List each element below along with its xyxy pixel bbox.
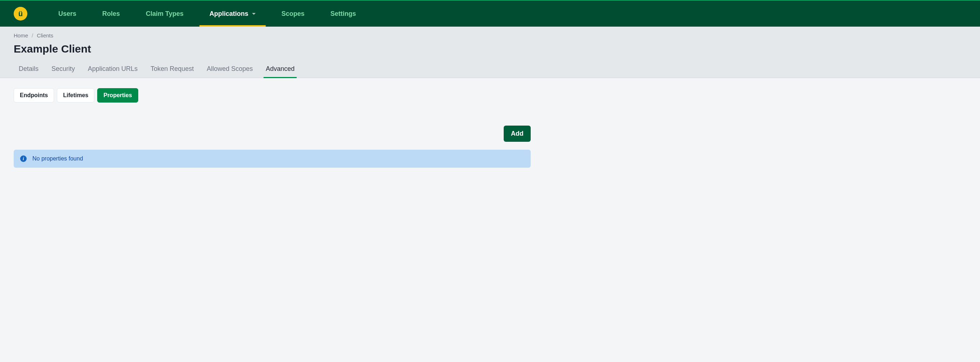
tab-token-request[interactable]: Token Request [151,62,194,78]
subtab-lifetimes[interactable]: Lifetimes [57,88,94,103]
nav-item-applications[interactable]: Applications [197,1,269,27]
nav-item-settings[interactable]: Settings [318,1,369,27]
logo-letter: ü [18,10,23,17]
tab-details[interactable]: Details [19,62,38,78]
subtab-properties[interactable]: Properties [97,88,138,103]
alert-message: No properties found [32,156,83,162]
breadcrumb-clients[interactable]: Clients [37,32,53,38]
page-header: Home / Clients Example Client Details Se… [0,27,980,78]
page-title: Example Client [14,43,966,55]
tab-label: Details [19,65,38,72]
subtabs: Endpoints Lifetimes Properties [14,88,531,103]
breadcrumb-home[interactable]: Home [14,32,28,38]
subtab-endpoints[interactable]: Endpoints [14,88,54,103]
chevron-down-icon [252,13,256,15]
tab-label: Application URLs [88,65,138,72]
tab-application-urls[interactable]: Application URLs [88,62,138,78]
main-navbar: ü Users Roles Claim Types Applications S… [0,1,980,27]
add-button[interactable]: Add [504,125,531,142]
nav-label: Settings [331,10,356,17]
nav-item-scopes[interactable]: Scopes [269,1,318,27]
breadcrumb-separator: / [32,32,33,38]
tabs: Details Security Application URLs Token … [14,62,966,78]
tab-label: Advanced [266,65,294,72]
brand-logo[interactable]: ü [14,7,27,21]
tab-label: Token Request [151,65,194,72]
nav-label: Claim Types [146,10,184,17]
nav-item-users[interactable]: Users [45,1,89,27]
nav-label: Applications [210,10,248,17]
nav-item-roles[interactable]: Roles [89,1,133,27]
tab-advanced[interactable]: Advanced [266,62,294,78]
nav-label: Users [58,10,76,17]
nav-item-claim-types[interactable]: Claim Types [133,1,197,27]
tab-allowed-scopes[interactable]: Allowed Scopes [207,62,253,78]
nav-items: Users Roles Claim Types Applications Sco… [45,1,369,27]
info-icon: i [20,156,27,162]
breadcrumb: Home / Clients [14,32,966,38]
action-row: Add [14,125,531,142]
tab-label: Allowed Scopes [207,65,253,72]
tab-label: Security [51,65,75,72]
info-alert: i No properties found [14,150,531,168]
content-area: Endpoints Lifetimes Properties Add i No … [0,78,544,178]
nav-label: Roles [102,10,120,17]
nav-label: Scopes [282,10,305,17]
tab-security[interactable]: Security [51,62,75,78]
